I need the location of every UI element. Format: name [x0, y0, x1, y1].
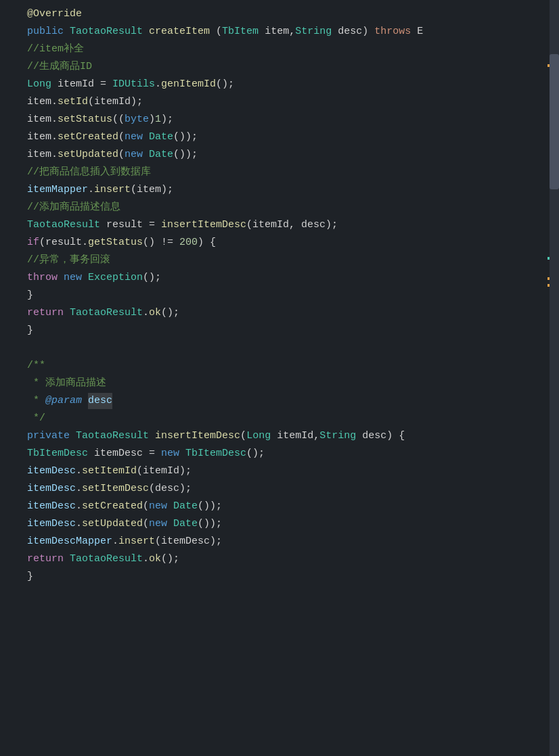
line-wrapper: private TaotaoResult insertItemDesc(Long… [0, 427, 559, 445]
line-wrapper: item.setId(itemId); [0, 93, 559, 111]
code-token: (); [246, 446, 265, 463]
scrollbar-track[interactable] [550, 0, 559, 756]
code-token: . [76, 498, 82, 515]
code-token: ( [118, 129, 125, 146]
code-token: . [143, 551, 149, 568]
code-token: (); [216, 76, 234, 93]
code-token: Long [27, 76, 51, 93]
line-wrapper: itemDesc.setItemId(itemId); [0, 463, 559, 480]
code-token: IDUtils [112, 76, 155, 93]
code-token: return [27, 551, 64, 568]
code-token: public [27, 24, 64, 41]
code-token: . [88, 182, 94, 199]
code-line: * @param desc [0, 392, 559, 410]
code-token: setItemDesc [82, 481, 149, 498]
code-token: item [27, 94, 51, 111]
code-token: itemDesc [27, 463, 76, 480]
code-token: ( [118, 147, 125, 164]
code-token: ()); [173, 129, 198, 146]
code-line: /** [0, 357, 559, 375]
code-token: Date [149, 129, 173, 146]
code-token: . [112, 534, 118, 550]
code-line: //添加商品描述信息 [0, 199, 559, 216]
line-wrapper: */ [0, 410, 559, 427]
code-token: insert [118, 534, 155, 550]
code-token: insert [94, 182, 131, 199]
code-token: . [51, 112, 58, 128]
code-token [64, 305, 70, 322]
code-token: insertItemDesc [155, 428, 240, 445]
code-line: throw new Exception(); [0, 269, 559, 287]
code-token: /** [27, 358, 45, 375]
code-token: String [295, 24, 332, 41]
code-line: itemMapper.insert(item); [0, 181, 559, 199]
code-token [167, 516, 173, 533]
code-token: if [27, 235, 39, 252]
code-line: itemDesc.setItemId(itemId); [0, 463, 559, 480]
code-token [82, 393, 88, 410]
code-token: setUpdated [82, 516, 143, 533]
code-token: . [51, 129, 58, 146]
code-token: private [27, 428, 70, 445]
code-token: TaotaoResult [27, 217, 100, 234]
code-token: insertItemDesc [161, 217, 246, 234]
code-token [82, 270, 88, 287]
code-line: TaotaoResult result = insertItemDesc(ite… [0, 216, 559, 234]
line-wrapper: * 添加商品描述 [0, 375, 559, 392]
code-token: new [149, 516, 167, 533]
line-wrapper: itemMapper.insert(item); [0, 181, 559, 199]
line-wrapper: //生成商品ID [0, 58, 559, 76]
code-token [143, 24, 149, 41]
code-token: itemDescMapper [27, 534, 112, 550]
code-line: //把商品信息插入到数据库 [0, 164, 559, 181]
code-editor: @Overridepublic TaotaoResult createItem … [0, 0, 559, 756]
code-token: (); [143, 270, 161, 287]
line-wrapper: itemDesc.setCreated(new Date()); [0, 498, 559, 515]
code-token: //item补全 [27, 41, 84, 58]
code-token: //异常，事务回滚 [27, 252, 110, 269]
line-wrapper: throw new Exception(); [0, 269, 559, 287]
code-token: . [51, 147, 58, 164]
code-token: String [319, 428, 356, 445]
code-line: TbItemDesc itemDesc = new TbItemDesc(); [0, 445, 559, 463]
code-token: desc [88, 393, 112, 410]
code-token [64, 551, 70, 568]
change-indicator-3 [547, 277, 550, 280]
code-token [167, 498, 173, 515]
code-token: new [64, 270, 82, 287]
code-token: desc) { [356, 428, 405, 445]
code-token: desc) [332, 24, 374, 41]
line-wrapper: return TaotaoResult.ok(); [0, 304, 559, 322]
code-line: itemDesc.setUpdated(new Date()); [0, 515, 559, 533]
code-token: ( [143, 498, 149, 515]
line-wrapper: @Override [0, 5, 559, 23]
code-token: getStatus [88, 235, 143, 252]
code-token: result = [100, 217, 161, 234]
code-token: //把商品信息插入到数据库 [27, 164, 151, 181]
code-token: (itemDesc); [155, 534, 222, 550]
code-token: itemMapper [27, 182, 88, 199]
code-token: byte [125, 112, 149, 128]
code-token: TaotaoResult [76, 428, 149, 445]
code-token: (( [112, 112, 125, 128]
code-token: itemDesc [27, 516, 76, 533]
code-token: ( [210, 24, 222, 41]
scrollbar-thumb[interactable] [550, 54, 559, 189]
line-wrapper: public TaotaoResult createItem (TbItem i… [0, 23, 559, 41]
code-token: Date [173, 516, 198, 533]
line-wrapper: } [0, 568, 559, 586]
code-token: 200 [179, 235, 198, 252]
code-line: item.setCreated(new Date()); [0, 128, 559, 146]
code-token: () != [143, 235, 179, 252]
code-token: Date [149, 147, 173, 164]
code-line: */ [0, 410, 559, 427]
line-wrapper: * @param desc [0, 392, 559, 410]
code-line: if(result.getStatus() != 200) { [0, 234, 559, 252]
code-token [179, 446, 185, 463]
code-token: @Override [27, 6, 82, 23]
code-token: TbItem [222, 24, 259, 41]
code-line: //异常，事务回滚 [0, 252, 559, 269]
code-token [143, 147, 149, 164]
line-wrapper: //item补全 [0, 41, 559, 58]
code-token: Date [173, 498, 198, 515]
